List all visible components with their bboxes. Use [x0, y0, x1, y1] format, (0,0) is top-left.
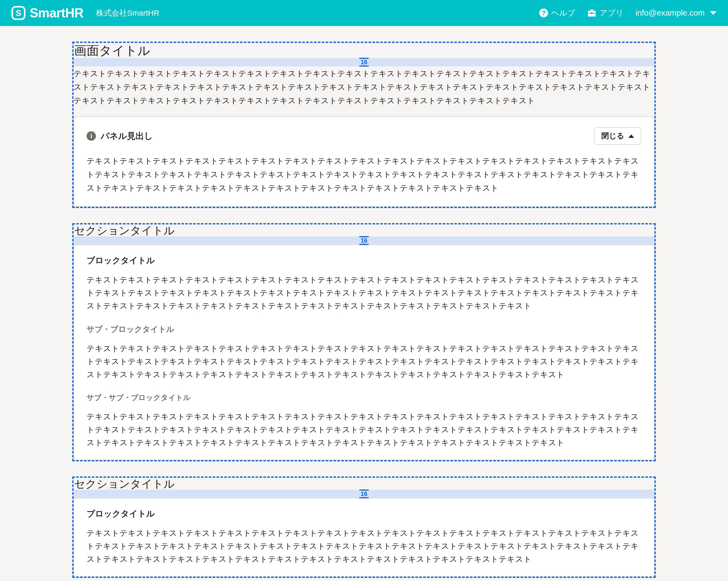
page-title: 画面タイトル: [74, 43, 654, 58]
apps-button[interactable]: アプリ: [587, 8, 623, 19]
apps-label: アプリ: [600, 8, 623, 19]
spacing-measure-icon: 16: [359, 58, 369, 66]
spacing-measure-icon: 16: [359, 236, 369, 245]
tenant-name: 株式会社SmartHR: [96, 8, 159, 19]
block-body-text: テキストテキストテキストテキストテキストテキストテキストテキストテキストテキスト…: [86, 527, 642, 566]
sub-sub-block-title: サブ・サブ・ブロックタイトル: [86, 394, 642, 402]
sub-block-body-text: テキストテキストテキストテキストテキストテキストテキストテキストテキストテキスト…: [86, 342, 642, 381]
section-title-2: セクションタイトル: [74, 478, 654, 490]
sub-block-title: サブ・ブロックタイトル: [86, 325, 642, 334]
block-title: ブロックタイトル: [86, 509, 642, 518]
panel: i パネル見出し 閉じる テキストテキストテキストテキストテキストテキストテキス…: [74, 116, 654, 207]
main-content: 画面タイトル 16 テキストテキストテキストテキストテキストテキストテキストテキ…: [72, 42, 656, 578]
screen-lead-text: テキストテキストテキストテキストテキストテキストテキストテキストテキストテキスト…: [74, 67, 654, 107]
spacing-gap-indicator: 16: [74, 58, 654, 66]
help-label: ヘルプ: [551, 8, 575, 19]
panel-body-text: テキストテキストテキストテキストテキストテキストテキストテキストテキストテキスト…: [86, 154, 642, 195]
panel-heading: パネル見出し: [101, 130, 153, 142]
brand-logo[interactable]: S SmartHR: [11, 5, 83, 21]
section-guide-container-2: セクションタイトル 16 ブロックタイトル テキストテキストテキストテキストテキ…: [72, 476, 656, 578]
close-button-label: 閉じる: [601, 131, 624, 141]
block-body-text: テキストテキストテキストテキストテキストテキストテキストテキストテキストテキスト…: [86, 273, 642, 312]
help-icon: ?: [539, 8, 548, 18]
info-icon: i: [86, 131, 96, 141]
account-email: info@example.com: [635, 8, 705, 18]
spacing-gap-indicator: 16: [74, 236, 654, 245]
section-title-1: セクションタイトル: [74, 224, 654, 236]
panel-header: i パネル見出し 閉じる: [86, 127, 642, 145]
section-guide-container-1: セクションタイトル 16 ブロックタイトル テキストテキストテキストテキストテキ…: [72, 223, 656, 461]
smarthr-logo-icon: S: [11, 6, 25, 20]
block-title: ブロックタイトル: [86, 256, 642, 265]
app-header: S SmartHR 株式会社SmartHR ? ヘルプ アプリ info@exa…: [0, 0, 728, 26]
briefcase-icon: [587, 8, 596, 18]
spacing-measure-icon: 16: [359, 490, 369, 498]
sub-sub-block-body-text: テキストテキストテキストテキストテキストテキストテキストテキストテキストテキスト…: [86, 410, 642, 449]
header-nav: ? ヘルプ アプリ info@example.com: [539, 8, 717, 19]
chevron-down-icon: [710, 11, 717, 15]
chevron-up-icon: [628, 134, 634, 138]
spacing-gap-label: 16: [360, 491, 368, 497]
brand-logo-text: SmartHR: [30, 5, 83, 21]
screen-guide-container: 画面タイトル 16 テキストテキストテキストテキストテキストテキストテキストテキ…: [72, 42, 656, 208]
spacing-gap-label: 16: [360, 59, 368, 65]
section-base-card-1: ブロックタイトル テキストテキストテキストテキストテキストテキストテキストテキス…: [74, 245, 654, 460]
account-dropdown[interactable]: info@example.com: [635, 8, 717, 18]
section-base-card-2: ブロックタイトル テキストテキストテキストテキストテキストテキストテキストテキス…: [74, 498, 654, 577]
spacing-gap-indicator: 16: [74, 490, 654, 498]
help-button[interactable]: ? ヘルプ: [539, 8, 575, 19]
close-panel-button[interactable]: 閉じる: [594, 127, 642, 145]
spacing-gap-label: 16: [360, 238, 368, 244]
